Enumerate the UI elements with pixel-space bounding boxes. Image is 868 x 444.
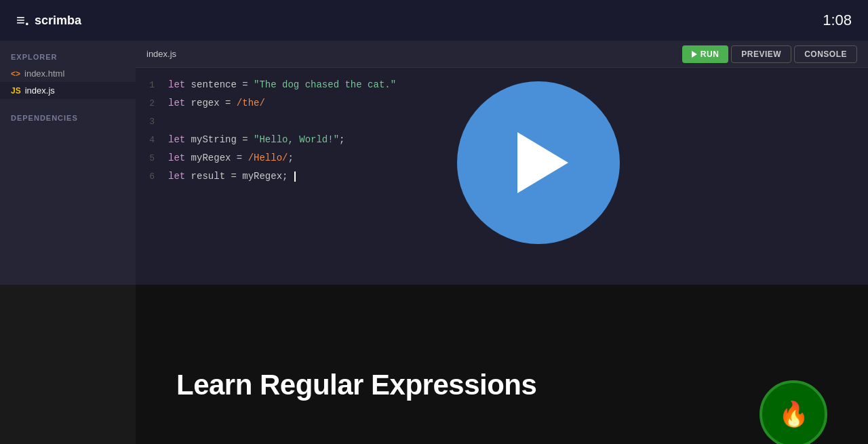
- code-text-6: let result = myRegex;: [168, 167, 296, 185]
- line-num-6: 6: [136, 168, 168, 186]
- scrimba-logo: ≡. scrimba: [16, 12, 81, 29]
- code-editor: index.js RUN PREVIEW CONSOLE 1 let sente…: [136, 41, 868, 285]
- play-button[interactable]: [457, 81, 620, 244]
- code-text-4: let myString = "Hello, World!";: [168, 131, 344, 148]
- run-arrow-icon: [692, 51, 697, 58]
- html-file-icon: <>: [11, 69, 20, 79]
- run-label: RUN: [701, 49, 719, 59]
- freecodecamp-logo: 🔥 freeCodeCamp: [760, 380, 827, 444]
- preview-button[interactable]: PREVIEW: [731, 45, 791, 63]
- code-text-3: [168, 113, 174, 130]
- code-text-2: let regex = /the/: [168, 94, 265, 112]
- editor-toolbar: index.js RUN PREVIEW CONSOLE: [136, 41, 868, 68]
- sidebar-item-html[interactable]: <> index.html: [0, 65, 136, 82]
- console-button[interactable]: CONSOLE: [794, 45, 857, 63]
- bottom-sidebar: [0, 285, 136, 444]
- course-title: Learn Regular Expressions: [176, 369, 827, 401]
- dependencies-label: DEPENDENCIES: [0, 110, 136, 126]
- editor-filename: index.js: [146, 49, 176, 59]
- logo-icon: ≡.: [16, 12, 29, 29]
- play-triangle-icon: [517, 132, 568, 193]
- bottom-content: Learn Regular Expressions: [136, 342, 868, 428]
- code-text-1: let sentence = "The dog chased the cat.": [168, 76, 396, 94]
- code-text-5: let myRegex = /Hello/;: [168, 149, 294, 167]
- topbar: ≡. scrimba 1:08: [0, 0, 868, 41]
- timer: 1:08: [823, 12, 852, 29]
- html-filename: index.html: [24, 68, 64, 79]
- toolbar-buttons: RUN PREVIEW CONSOLE: [682, 45, 857, 63]
- run-button[interactable]: RUN: [682, 45, 729, 63]
- js-filename: index.js: [25, 85, 55, 96]
- fcc-circle: 🔥: [760, 380, 827, 444]
- js-file-icon: JS: [11, 86, 21, 96]
- sidebar-item-js[interactable]: JS index.js: [0, 82, 136, 99]
- explorer-label: EXPLORER: [0, 49, 136, 65]
- line-num-3: 3: [136, 113, 168, 131]
- sidebar: EXPLORER <> index.html JS index.js DEPEN…: [0, 41, 136, 285]
- line-num-5: 5: [136, 150, 168, 167]
- line-num-2: 2: [136, 95, 168, 113]
- bottom-section: Learn Regular Expressions 🔥 freeCodeCamp: [0, 285, 868, 444]
- fcc-flame-icon: 🔥: [778, 400, 809, 428]
- logo-text: scrimba: [35, 14, 81, 28]
- line-num-4: 4: [136, 132, 168, 149]
- line-num-1: 1: [136, 77, 168, 94]
- editor-area: EXPLORER <> index.html JS index.js DEPEN…: [0, 41, 868, 285]
